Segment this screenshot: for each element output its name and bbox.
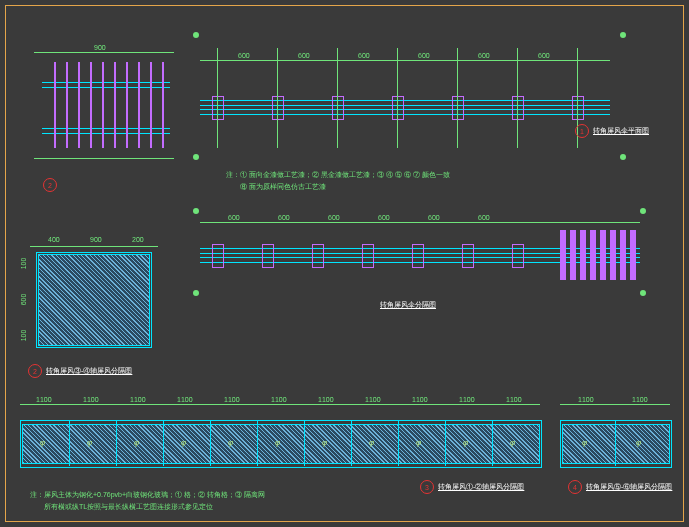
- post: [212, 96, 224, 120]
- view-title: 转角屏风伞分隔图: [380, 300, 436, 310]
- phi-icon: φ: [510, 438, 515, 447]
- dim: 1100: [83, 396, 99, 403]
- centerline: [517, 48, 518, 148]
- dim: 100: [20, 258, 27, 270]
- slat: [114, 62, 116, 148]
- centerline: [337, 48, 338, 148]
- dim: 1100: [177, 396, 193, 403]
- dim: 400: [48, 236, 60, 243]
- phi-icon: φ: [636, 438, 641, 447]
- end-icon: [193, 154, 199, 160]
- slat: [162, 62, 164, 148]
- phi-icon: φ: [463, 438, 468, 447]
- centerline: [277, 48, 278, 148]
- phi-icon: φ: [322, 438, 327, 447]
- end-icon: [193, 208, 199, 214]
- slat: [590, 230, 596, 280]
- note-line: 所有横或纵TL按照与最长纵横工艺图连接形式参见定位: [44, 502, 213, 512]
- dim: 600: [358, 52, 370, 59]
- slat: [54, 62, 56, 148]
- dim: 900: [94, 44, 106, 51]
- dim-line: [20, 404, 540, 405]
- dim: 600: [538, 52, 550, 59]
- dim: 600: [428, 214, 440, 221]
- post: [392, 96, 404, 120]
- post: [272, 96, 284, 120]
- dim: 600: [418, 52, 430, 59]
- view-callout-3: 3 转角屏风①-②轴屏风分隔图: [420, 480, 524, 494]
- slat: [600, 230, 606, 280]
- panel-frame: [36, 252, 152, 348]
- phi-icon: φ: [275, 438, 280, 447]
- phi-icon: φ: [416, 438, 421, 447]
- view-title: 转角屏风⑤-⑥轴屏风分隔图: [586, 482, 672, 492]
- end-icon: [193, 290, 199, 296]
- phi-icon: φ: [87, 438, 92, 447]
- dim: 1100: [412, 396, 428, 403]
- dim: 1100: [318, 396, 334, 403]
- centerline: [457, 48, 458, 148]
- section-marker: 2: [43, 178, 57, 192]
- dim: 1100: [365, 396, 381, 403]
- note-line: ⑧ 面为原样同色仿古工艺漆: [240, 182, 326, 192]
- dim: 900: [90, 236, 102, 243]
- dim: 1100: [130, 396, 146, 403]
- post: [332, 96, 344, 120]
- post: [262, 244, 274, 268]
- view-callout-4: 4 转角屏风⑤-⑥轴屏风分隔图: [568, 480, 672, 494]
- rail: [200, 100, 610, 106]
- view-callout-2b: 转角屏风伞分隔图: [380, 300, 436, 310]
- phi-icon: φ: [228, 438, 233, 447]
- glass-run-r: [562, 424, 670, 464]
- note-line: 注：屏风主体为钢化+0.76pvb+白玻钢化玻璃；① 格；② 转角格；③ 隔离网: [30, 490, 265, 500]
- dim: 600: [278, 214, 290, 221]
- post: [512, 244, 524, 268]
- bubble-icon: 1: [575, 124, 589, 138]
- dim: 1100: [459, 396, 475, 403]
- centerline: [397, 48, 398, 148]
- view-title: 转角屏风①-②轴屏风分隔图: [438, 482, 524, 492]
- centerline: [217, 48, 218, 148]
- phi-icon: φ: [134, 438, 139, 447]
- post: [212, 244, 224, 268]
- dim-line: [34, 52, 174, 53]
- slat: [610, 230, 616, 280]
- bubble-icon: 2: [43, 178, 57, 192]
- phi-icon: φ: [369, 438, 374, 447]
- dim: 1100: [36, 396, 52, 403]
- dim: 1100: [224, 396, 240, 403]
- rail: [200, 109, 610, 115]
- view-callout-1: 1 转角屏风伞平面图: [575, 124, 649, 138]
- slat: [78, 62, 80, 148]
- post: [452, 96, 464, 120]
- slat: [580, 230, 586, 280]
- dim: 100: [20, 330, 27, 342]
- dim-line: [560, 404, 670, 405]
- dim: 200: [132, 236, 144, 243]
- post: [512, 96, 524, 120]
- slat: [126, 62, 128, 148]
- dim: 1100: [578, 396, 594, 403]
- slat: [102, 62, 104, 148]
- post: [572, 96, 584, 120]
- dim-line: [30, 246, 158, 247]
- slat: [90, 62, 92, 148]
- end-icon: [620, 32, 626, 38]
- dim: 1100: [271, 396, 287, 403]
- slat: [570, 230, 576, 280]
- slat: [630, 230, 636, 280]
- bubble-icon: 4: [568, 480, 582, 494]
- dim: 600: [478, 52, 490, 59]
- view-callout-2: 2 转角屏风③-④轴屏风分隔图: [28, 364, 132, 378]
- note-line: 注：① 面向金漆做工艺漆；② 黑金漆做工艺漆；③ ④ ⑤ ⑥ ⑦ 颜色一致: [226, 170, 450, 180]
- post: [462, 244, 474, 268]
- bubble-icon: 3: [420, 480, 434, 494]
- post: [412, 244, 424, 268]
- slat: [620, 230, 626, 280]
- post: [362, 244, 374, 268]
- bubble-icon: 2: [28, 364, 42, 378]
- dim: 600: [478, 214, 490, 221]
- dim: 600: [298, 52, 310, 59]
- dim: 600: [328, 214, 340, 221]
- cad-canvas[interactable]: /*slats*/ 900 600 600 600 600 600 600 1 …: [0, 0, 689, 527]
